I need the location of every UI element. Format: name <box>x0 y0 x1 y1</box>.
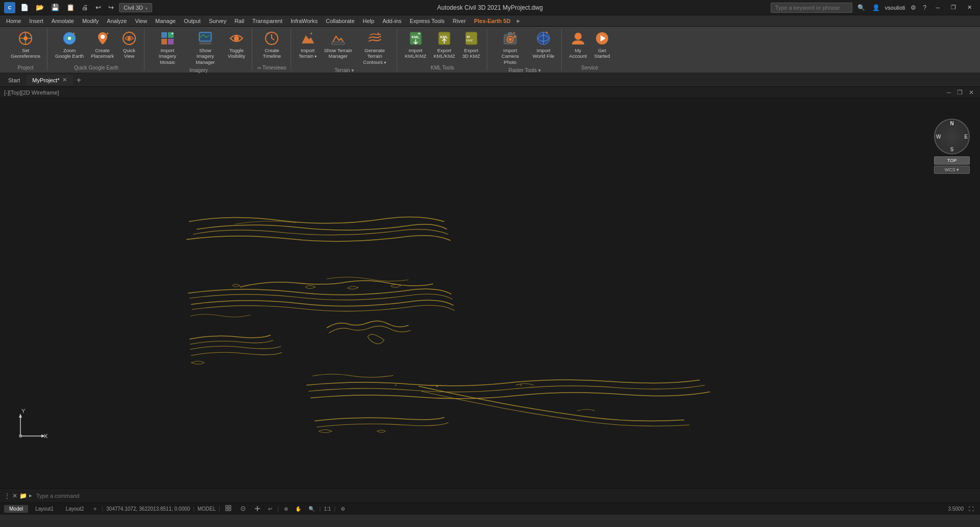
zoom-btn[interactable]: 🔍 <box>306 505 317 513</box>
ortho-btn[interactable] <box>252 504 263 514</box>
cmd-x-btn[interactable]: ✕ <box>12 492 17 499</box>
menu-addins[interactable]: Add-ins <box>378 17 405 25</box>
open-btn[interactable]: 📂 <box>34 3 46 12</box>
import-imagery-mosaic-btn[interactable]: + Import ImageryMosaic <box>150 29 185 66</box>
help-icon-btn[interactable]: ? <box>921 3 929 12</box>
menu-annotate[interactable]: Annotate <box>47 17 78 25</box>
tab-myproject[interactable]: MyProject* ✕ <box>26 75 73 85</box>
menu-transparent[interactable]: Transparent <box>248 17 286 25</box>
workspace-label[interactable]: Civil 3D ▾ <box>119 3 152 12</box>
toggle-visibility-btn[interactable]: ToggleVisibility <box>225 29 248 61</box>
cmd-grip-btn[interactable]: ⋮ <box>4 492 10 499</box>
menu-extra[interactable]: ▸ <box>517 17 520 25</box>
get-started-btn[interactable]: GetStarted <box>591 29 613 61</box>
tab-start[interactable]: Start <box>2 75 26 85</box>
compass-top-btn[interactable]: TOP <box>934 156 970 165</box>
compass-ring[interactable]: N S E W <box>934 119 970 154</box>
pan-btn[interactable]: ✋ <box>293 505 303 513</box>
model-tab[interactable]: Model <box>4 505 28 513</box>
contours-label: GenerateTerrain Contours ▾ <box>360 48 390 65</box>
svg-point-5 <box>68 37 71 40</box>
menu-plexearth[interactable]: Plex-Earth 5D <box>470 17 515 25</box>
export-kml-btn[interactable]: KML ExportKML/KMZ <box>431 29 458 61</box>
save-as-btn[interactable]: 📋 <box>64 3 77 12</box>
create-placemark-btn[interactable]: + CreatePlacemark <box>88 29 116 61</box>
viewport-maximize-btn[interactable]: ❐ <box>955 88 965 97</box>
menu-modify[interactable]: Modify <box>78 17 103 25</box>
viewport-minimize-btn[interactable]: ─ <box>944 88 953 97</box>
menu-expresstools[interactable]: Express Tools <box>405 17 448 25</box>
import-terrain-icon: + <box>300 30 316 47</box>
viewport[interactable]: N S E W TOP WCS ▾ Y X <box>0 98 980 488</box>
show-imagery-manager-btn[interactable]: Show ImageryManager <box>187 29 223 66</box>
menu-river[interactable]: River <box>448 17 470 25</box>
svg-point-19 <box>234 36 239 41</box>
svg-point-7 <box>101 35 105 39</box>
user-icon-btn[interactable]: 👤 <box>870 3 882 12</box>
settings-status-btn[interactable]: ⚙ <box>339 505 347 513</box>
menu-collaborate[interactable]: Collaborate <box>322 17 358 25</box>
imagery-manager-label: Show ImageryManager <box>190 48 221 65</box>
search-icon-btn[interactable]: 🔍 <box>855 3 867 12</box>
svg-text:+: + <box>513 31 515 36</box>
grid-btn[interactable] <box>223 504 234 514</box>
cmd-folder-btn[interactable]: 📁 <box>19 492 27 499</box>
toggle-vis-label: ToggleVisibility <box>228 48 245 59</box>
layout1-tab[interactable]: Layout1 <box>30 505 59 513</box>
qge-group-label: Quick Google Earth <box>74 65 118 71</box>
undo-status-btn[interactable]: ↩ <box>266 505 274 513</box>
minimize-btn[interactable]: ─ <box>931 3 944 12</box>
new-btn[interactable]: 📄 <box>18 3 31 12</box>
viewport-svg <box>0 98 980 488</box>
import-world-file-btn[interactable]: + ImportWorld File <box>530 29 557 61</box>
zoom-google-earth-btn[interactable]: + ZoomGoogle Earth <box>53 29 86 61</box>
model-label: MODEL <box>198 506 216 512</box>
save-btn[interactable]: 💾 <box>49 3 61 12</box>
undo-btn[interactable]: ↩ <box>93 3 103 12</box>
menu-view[interactable]: View <box>131 17 151 25</box>
snap-btn[interactable] <box>237 504 249 514</box>
export-3dkmz-btn[interactable]: 3D KMZ Export3D KMZ <box>460 29 483 61</box>
get-started-icon <box>594 30 610 47</box>
import-terrain-btn[interactable]: + ImportTerrain ▾ <box>296 29 320 61</box>
restore-btn[interactable]: ❐ <box>947 3 960 12</box>
menu-infraworks[interactable]: InfraWorks <box>286 17 322 25</box>
command-input[interactable] <box>36 493 976 499</box>
menu-home[interactable]: Home <box>2 17 25 25</box>
tab-close-icon[interactable]: ✕ <box>62 77 67 83</box>
import-camera-photo-btn[interactable]: + ImportCamera Photo <box>492 29 528 66</box>
svg-rect-59 <box>226 509 228 511</box>
layout2-tab[interactable]: Layout2 <box>61 505 89 513</box>
menu-survey[interactable]: Survey <box>205 17 230 25</box>
tab-add-btn[interactable]: + <box>73 75 84 86</box>
menu-insert[interactable]: Insert <box>25 17 47 25</box>
fullscreen-btn[interactable]: ⛶ <box>967 505 976 513</box>
search-input[interactable] <box>771 3 852 13</box>
menu-output[interactable]: Output <box>180 17 205 25</box>
generate-contours-btn[interactable]: + GenerateTerrain Contours ▾ <box>357 29 393 66</box>
imagery-mosaic-icon: + <box>159 30 176 47</box>
ribbon-group-project: SetGeoreference Project <box>4 29 47 71</box>
show-terrain-manager-btn[interactable]: Show TerrainManager <box>321 29 354 61</box>
my-account-btn[interactable]: MyAccount <box>567 29 589 61</box>
close-btn[interactable]: ✕ <box>963 3 976 12</box>
camera-photo-label: ImportCamera Photo <box>495 48 525 65</box>
svg-rect-60 <box>229 509 231 511</box>
viewport-close-btn[interactable]: ✕ <box>967 88 976 97</box>
wcs-btn[interactable]: WCS ▾ <box>934 166 970 174</box>
menu-help[interactable]: Help <box>358 17 378 25</box>
add-layout-btn[interactable]: + <box>91 506 99 513</box>
settings-icon-btn[interactable]: ⚙ <box>909 3 918 12</box>
menu-manage[interactable]: Manage <box>151 17 180 25</box>
import-kml-btn[interactable]: KML + ImportKML/KMZ <box>402 29 429 61</box>
create-timeline-btn[interactable]: ∞ CreateTimeline <box>260 29 284 61</box>
cursor-btn[interactable]: ⊕ <box>282 505 290 513</box>
set-georeference-btn[interactable]: SetGeoreference <box>8 29 43 61</box>
terrain-manager-icon <box>330 30 346 47</box>
menu-rail[interactable]: Rail <box>230 17 248 25</box>
redo-btn[interactable]: ↪ <box>106 3 116 12</box>
quick-view-btn[interactable]: QuickView <box>118 29 140 61</box>
timeline-icon: ∞ <box>264 30 280 47</box>
print-btn[interactable]: 🖨 <box>80 3 90 12</box>
menu-analyze[interactable]: Analyze <box>103 17 131 25</box>
